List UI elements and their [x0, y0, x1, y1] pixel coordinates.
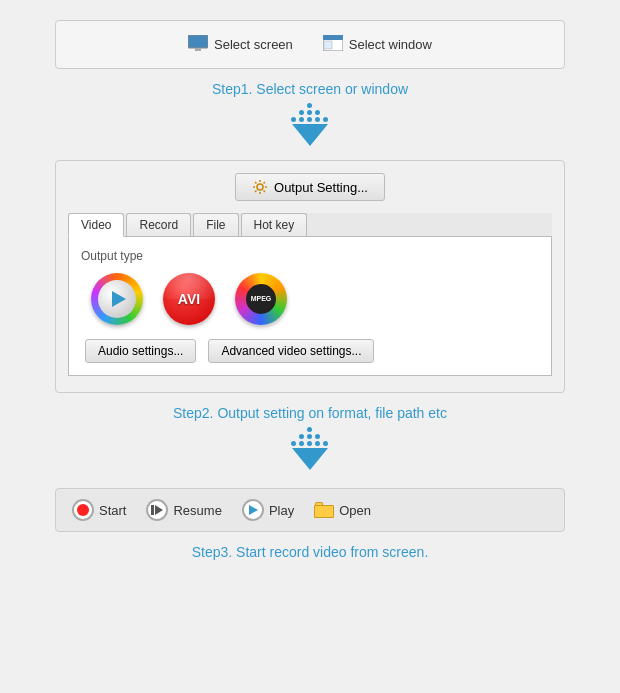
format-mpeg-btn[interactable]: MPEG	[235, 273, 287, 325]
svg-rect-1	[195, 48, 201, 51]
arrow-triangle-1	[292, 124, 328, 146]
format-default-inner	[98, 280, 136, 318]
format-avi-btn[interactable]: AVI	[163, 273, 215, 325]
svg-rect-0	[188, 35, 208, 48]
play-button[interactable]: Play	[242, 499, 294, 521]
select-screen-option[interactable]: Select screen	[188, 35, 293, 54]
mpeg-inner: MPEG	[246, 284, 276, 314]
arrow-dots-1	[291, 103, 329, 122]
output-panel: Output Setting... Video Record File Hot …	[55, 160, 565, 393]
arrow-triangle-2	[292, 448, 328, 470]
play-triangle-icon	[112, 291, 126, 307]
format-default-btn[interactable]	[91, 273, 143, 325]
tab-hotkey[interactable]: Hot key	[241, 213, 308, 236]
step1-panel: Select screen Select window	[55, 20, 565, 69]
format-icons: AVI MPEG	[81, 273, 539, 325]
select-window-label: Select window	[349, 37, 432, 52]
start-label: Start	[99, 503, 126, 518]
mpeg-label: MPEG	[251, 295, 272, 303]
screen-icon	[188, 35, 208, 54]
pause-bar-icon	[151, 505, 154, 515]
start-button[interactable]: Start	[72, 499, 126, 521]
gear-icon	[252, 179, 268, 195]
open-button[interactable]: Open	[314, 502, 371, 518]
audio-settings-button[interactable]: Audio settings...	[85, 339, 196, 363]
advanced-video-settings-button[interactable]: Advanced video settings...	[208, 339, 374, 363]
play-label: Play	[269, 503, 294, 518]
play-icon	[242, 499, 264, 521]
settings-buttons-row: Audio settings... Advanced video setting…	[81, 339, 539, 363]
step2-label: Step2. Output setting on format, file pa…	[173, 405, 447, 421]
resume-button[interactable]: Resume	[146, 499, 221, 521]
avi-label: AVI	[178, 291, 200, 307]
tabs-container: Video Record File Hot key	[68, 213, 552, 237]
record-dot	[77, 504, 89, 516]
svg-rect-3	[323, 35, 343, 40]
resume-triangle-icon	[155, 505, 163, 515]
select-window-option[interactable]: Select window	[323, 35, 432, 54]
folder-body-icon	[314, 505, 334, 518]
window-icon	[323, 35, 343, 54]
record-icon	[72, 499, 94, 521]
output-setting-label: Output Setting...	[274, 180, 368, 195]
output-type-label: Output type	[81, 249, 539, 263]
resume-label: Resume	[173, 503, 221, 518]
arrow-2	[291, 427, 329, 470]
step3-label: Step3. Start record video from screen.	[192, 544, 429, 560]
tab-content-video: Output type AVI MPEG Audio settings...	[68, 237, 552, 376]
tab-record[interactable]: Record	[126, 213, 191, 236]
tab-video[interactable]: Video	[68, 213, 124, 237]
output-setting-button[interactable]: Output Setting...	[235, 173, 385, 201]
select-screen-label: Select screen	[214, 37, 293, 52]
arrow-1	[291, 103, 329, 146]
svg-rect-4	[324, 41, 332, 49]
folder-icon	[314, 502, 334, 518]
tab-file[interactable]: File	[193, 213, 238, 236]
svg-point-5	[257, 184, 263, 190]
toolbar: Start Resume Play Open	[55, 488, 565, 532]
play-triangle-icon	[249, 505, 258, 515]
step1-label: Step1. Select screen or window	[212, 81, 408, 97]
open-label: Open	[339, 503, 371, 518]
resume-icon	[146, 499, 168, 521]
arrow-dots-2	[291, 427, 329, 446]
